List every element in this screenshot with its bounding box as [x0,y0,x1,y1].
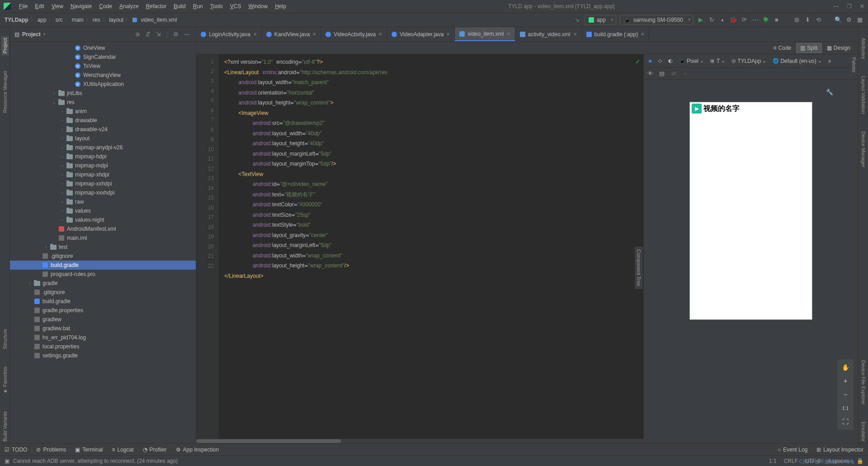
sync-icon[interactable]: ↘ [574,16,581,24]
avd-icon[interactable]: ⊞ [793,16,800,24]
tree-item[interactable]: ›jniLibs [10,89,196,98]
maximize-icon[interactable]: ❐ [847,3,852,10]
tree-item[interactable]: ›values [10,206,196,215]
attach-icon[interactable]: ⟳ [741,16,748,24]
menu-navigate[interactable]: Navigate [67,1,95,11]
tree-item[interactable]: .gitignore [10,288,196,297]
tree-item[interactable]: ›mipmap-hdpi [10,152,196,161]
menu-edit[interactable]: Edit [31,1,48,11]
bottom-tab-profiler[interactable]: ◔Profiler [143,447,167,453]
tree-item[interactable]: main.iml [10,233,196,243]
hide-icon[interactable]: ― [183,31,191,38]
profile-icon[interactable]: 🐞 [730,16,737,24]
editor-tab[interactable]: video_item.xml✕ [455,27,515,41]
tree-item[interactable]: CTsView [10,62,196,71]
close-icon[interactable]: ✕ [860,3,864,10]
tree-item[interactable]: build.gradle [10,261,196,270]
notifications-icon[interactable]: ▦ [856,16,863,24]
right-tab-layout-validation[interactable]: Layout Validation [860,74,867,116]
bottom-tab-todo[interactable]: ☑TODO [5,447,27,453]
zoom-out-icon[interactable]: − [840,389,851,400]
breadcrumb-item[interactable]: TYLDapp [5,17,28,23]
line-separator[interactable]: CRLF [784,458,798,464]
sync2-icon[interactable]: ⟲ [815,16,822,24]
tree-item[interactable]: ›values-night [10,215,196,224]
breadcrumb-item[interactable]: src [56,17,63,23]
tree-item[interactable]: ›raw [10,197,196,206]
view-mode-code[interactable]: ≡Code [769,43,796,53]
menu-tools[interactable]: Tools [207,1,226,11]
right-tab-device-manager[interactable]: Device Manager [860,129,867,169]
night-icon[interactable]: ◐ [666,57,675,65]
tree-item[interactable]: AndroidManifest.xml [10,224,196,233]
tree-item[interactable]: ›mipmap-xhdpi [10,170,196,179]
bottom-tab-layout-inspector[interactable]: ⊞Layout Inspector [816,447,863,453]
palette-tab[interactable]: Palette [850,54,858,75]
right-tab-emulator[interactable]: Emulator [860,420,867,443]
tree-item[interactable]: ›test [10,243,196,252]
locate-icon[interactable]: ⊕ [134,31,142,38]
coverage-icon[interactable]: ⬧ [719,16,726,24]
breadcrumb-item[interactable]: app [38,17,47,23]
tree-item[interactable]: CSignCalendar [10,52,196,62]
right-tab-device-file-explorer[interactable]: Device File Explorer [860,358,867,406]
search-icon[interactable]: 🔍 [835,16,842,24]
wrench-icon[interactable]: 🔧 [826,89,833,95]
horizontal-scrollbar[interactable] [196,439,858,443]
readonly-icon[interactable]: 🔒 [857,458,863,464]
bug-icon[interactable]: 🪲 [762,16,769,24]
editor-tab[interactable]: KandView.java✕ [262,27,321,41]
tree-item[interactable]: ›mipmap-mdpi [10,161,196,170]
left-tab-structure[interactable]: Structure [1,327,9,351]
tab-close-icon[interactable]: ✕ [253,32,257,37]
tab-close-icon[interactable]: ✕ [378,32,382,37]
tree-item[interactable]: CXUtilsApplication [10,80,196,89]
orientation-icon[interactable]: ◇ [656,57,664,65]
collapse-icon[interactable]: ⇲ [155,31,162,38]
menu-window[interactable]: Window [245,1,271,11]
tree-item[interactable]: build.gradle [10,297,196,306]
tree-item[interactable]: ›anim [10,107,196,116]
minimize-icon[interactable]: ― [833,3,839,10]
editor-tab[interactable]: VideoActivity.java✕ [321,27,387,41]
tab-close-icon[interactable]: ✕ [641,32,644,37]
bottom-tab-terminal[interactable]: ▣Terminal [75,447,103,453]
editor-tab[interactable]: VideoAdapter.java✕ [387,27,455,41]
run-icon[interactable]: ▶ [697,16,704,24]
locale-selector[interactable]: 🌐 Default (en-us) ⌄ [771,57,823,65]
tree-item[interactable]: ⌄res [10,98,196,107]
breadcrumb-item[interactable]: layout [109,17,123,23]
tree-item[interactable]: ›mipmap-xxxhdpi [10,188,196,197]
run-config-selector[interactable]: app [585,15,616,25]
zoom-in-icon[interactable]: + [840,376,851,386]
tree-item[interactable]: ›mipmap-xxhdpi [10,179,196,188]
bottom-tab-event-log[interactable]: ○Event Log [778,447,807,453]
menu-run[interactable]: Run [189,1,207,11]
menu-build[interactable]: Build [170,1,189,11]
tab-close-icon[interactable]: ✕ [573,32,577,37]
tree-item[interactable]: settings.gradle [10,351,196,360]
gear-icon[interactable]: ⚙ [172,31,180,38]
tree-item[interactable]: gradle.properties [10,306,196,315]
breadcrumb-item[interactable]: res [93,17,100,23]
left-tab-build-variants[interactable]: Build Variants [1,409,9,443]
editor-tab[interactable]: build.gradle (:app)✕ [582,27,650,41]
expand-icon[interactable]: ⇵ [144,31,152,38]
view-options-icon[interactable]: 👁 [646,70,654,77]
theme-selector[interactable]: ◎ TYLDApp ⌄ [730,57,768,65]
left-tab-resource-manager[interactable]: Resource Manager [1,69,9,115]
breadcrumb-item[interactable]: video_item.xml [141,17,177,23]
blueprint-icon[interactable]: ▤ [658,70,665,77]
left-tab-favorites[interactable]: ★ Favorites [1,365,9,396]
tree-item[interactable]: ›mipmap-anydpi-v26 [10,143,196,152]
editor-tab[interactable]: LoginActivity.java✕ [196,27,262,41]
component-tree-tab[interactable]: Component Tree [635,247,643,289]
right-tab-attributes[interactable]: Attributes [860,36,867,61]
tree-item[interactable]: proguard-rules.pro [10,270,196,279]
tab-close-icon[interactable]: ✕ [312,32,316,37]
sdk-icon[interactable]: ⬇ [804,16,811,24]
debug-icon[interactable]: ↻ [708,16,715,24]
tree-item[interactable]: ›layout [10,134,196,143]
menu-refactor[interactable]: Refactor [142,1,170,11]
breadcrumb-item[interactable]: main [72,17,84,23]
